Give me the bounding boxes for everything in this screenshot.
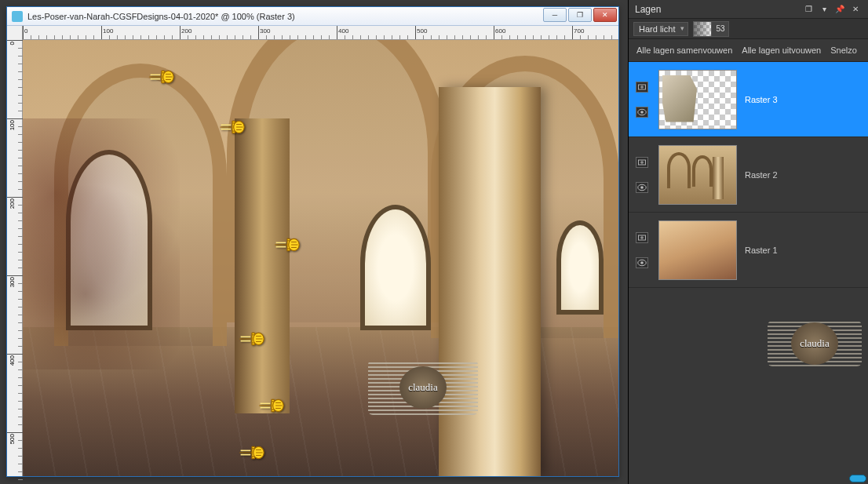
scene-foliage [23, 118, 180, 369]
pointer-hand-icon [219, 118, 246, 136]
layer-expand-toggle[interactable] [636, 82, 648, 93]
collapse-all-button[interactable]: Alle lagen samenvouwen [636, 45, 732, 55]
blend-mode-select[interactable]: Hard licht [633, 22, 688, 36]
watermark: claudia [368, 360, 478, 415]
resize-grip[interactable] [849, 475, 866, 482]
layers-list: Raster 3Raster 2Raster 1 [629, 62, 868, 288]
layer-thumbnail[interactable] [658, 145, 737, 205]
scene-window [556, 220, 604, 315]
canvas[interactable]: claudia [23, 40, 618, 476]
layer-thumbnail[interactable] [658, 220, 737, 280]
quick-search-button[interactable]: Snelzo [830, 45, 857, 55]
window-title: Les-Poser-van-Narah-CGSFDesigns-04-01-20… [27, 12, 543, 21]
layer-toggles [633, 82, 651, 118]
layer-toggles [633, 157, 651, 193]
pointer-hand-icon [148, 68, 175, 86]
titlebar[interactable]: Les-Poser-van-Narah-CGSFDesigns-04-01-20… [7, 7, 618, 26]
panel-pin-icon[interactable]: 📌 [833, 3, 846, 16]
layers-panel-header[interactable]: Lagen ❐ ▾ 📌 ✕ [629, 0, 868, 19]
panel-undock-icon[interactable]: ❐ [802, 3, 815, 16]
layer-visibility-toggle[interactable] [636, 107, 648, 118]
layer-name[interactable]: Raster 2 [745, 170, 778, 180]
layer-row[interactable]: Raster 1 [629, 213, 868, 288]
pointer-hand-icon [239, 330, 265, 348]
scene-pillar [439, 87, 541, 476]
scene-pillar [235, 118, 290, 413]
layer-visibility-toggle[interactable] [636, 257, 648, 268]
pointer-hand-icon [258, 397, 285, 414]
logo-stamp: claudia [768, 321, 862, 366]
panel-menu-icon[interactable]: ▾ [818, 3, 830, 16]
maximize-button[interactable]: ❐ [568, 8, 592, 22]
layers-toolbar: Hard licht 53 [629, 19, 868, 39]
layers-panel-title: Lagen [635, 4, 799, 15]
layers-actions: Alle lagen samenvouwen Alle lagen uitvou… [629, 39, 868, 62]
layer-thumbnail[interactable] [658, 70, 737, 129]
workspace: Les-Poser-van-Narah-CGSFDesigns-04-01-20… [0, 0, 628, 484]
document-window: Les-Poser-van-Narah-CGSFDesigns-04-01-20… [6, 6, 619, 477]
panel-close-icon[interactable]: ✕ [849, 3, 862, 16]
ruler-horizontal[interactable]: 0100200300400500600700 [23, 26, 618, 40]
minimize-button[interactable]: ─ [543, 8, 567, 22]
expand-all-button[interactable]: Alle lagen uitvouwen [742, 45, 821, 55]
layer-toggles [633, 232, 651, 268]
opacity-preview [694, 22, 711, 36]
layer-expand-toggle[interactable] [636, 157, 648, 168]
layer-row[interactable]: Raster 2 [629, 137, 868, 213]
layer-row[interactable]: Raster 3 [629, 62, 868, 137]
layer-expand-toggle[interactable] [636, 232, 648, 243]
app-icon [12, 11, 23, 22]
scene-window [360, 205, 431, 330]
layers-panel: Lagen ❐ ▾ 📌 ✕ Hard licht 53 Alle lagen s… [628, 0, 868, 484]
watermark-badge: claudia [399, 366, 447, 409]
pointer-hand-icon [239, 444, 265, 461]
ruler-vertical[interactable]: 0100200300400500 [7, 26, 23, 476]
opacity-control[interactable]: 53 [693, 21, 729, 37]
pointer-hand-icon [274, 236, 301, 253]
layer-name[interactable]: Raster 3 [745, 95, 778, 104]
opacity-value[interactable]: 53 [711, 22, 728, 36]
layer-name[interactable]: Raster 1 [745, 246, 778, 255]
watermark-text: claudia [408, 381, 438, 394]
window-buttons: ─ ❐ ✕ [543, 7, 618, 25]
close-button[interactable]: ✕ [593, 8, 617, 22]
layer-visibility-toggle[interactable] [636, 182, 648, 193]
canvas-image: claudia [23, 40, 618, 476]
